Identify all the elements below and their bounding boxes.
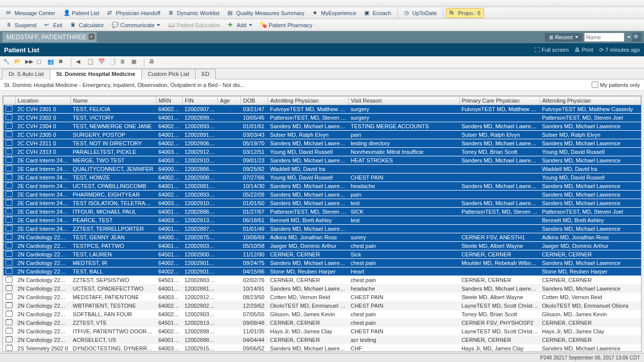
print-button[interactable]: 🖶Print <box>575 47 593 53</box>
tool-icon-8[interactable]: 📋 <box>87 58 95 66</box>
tool-icon-9[interactable]: 📅 <box>98 58 106 66</box>
tool-icon-3[interactable]: ▶▶ <box>25 58 33 66</box>
separator <box>71 58 71 67</box>
star-icon: ★ <box>312 10 319 17</box>
pill-icon: 💊 <box>260 22 267 29</box>
name-search-input[interactable] <box>584 33 624 42</box>
print-icon: 🖶 <box>575 47 580 53</box>
message-center-button[interactable]: ✉Message Center <box>3 8 59 18</box>
pause-icon: ⏸ <box>6 22 13 29</box>
calculator-icon: 🖩 <box>70 22 77 29</box>
search-icon: 🔍 <box>633 34 640 41</box>
separator <box>397 9 398 18</box>
plus-icon: ✚ <box>228 22 235 29</box>
tool-icon-1[interactable]: 🔧 <box>3 58 11 66</box>
patient-tab[interactable]: MEDSTAFF, PATIENTTHREE × <box>3 32 97 42</box>
caret-icon <box>157 24 160 26</box>
add-button[interactable]: ✚Add <box>224 20 256 30</box>
close-tab-button[interactable]: × <box>89 34 95 40</box>
list-tabs: Dr. S Auto ListSt. Dominic Hospital Medi… <box>0 68 644 79</box>
recent-button[interactable]: ≣Recent <box>545 33 582 42</box>
tool-icon-5[interactable]: 👥 <box>47 58 55 66</box>
rx-icon: ℞ <box>449 10 456 17</box>
filter-description: St. Dominic Hospital Medicine - Emergenc… <box>4 82 245 88</box>
fullscreen-icon: ⛶ <box>534 47 540 53</box>
patient-list-button[interactable]: 👤Patient List <box>60 8 103 18</box>
chat-icon: 💬 <box>112 22 119 29</box>
refresh-time[interactable]: ⟳7 minutes ago <box>599 47 640 53</box>
communicate-button[interactable]: 💬Communicate <box>108 20 164 30</box>
globe-icon: ◷ <box>404 10 411 17</box>
calculator-button[interactable]: 🖩Calculator <box>67 20 108 30</box>
tool-icon-13[interactable]: 🖶 <box>149 58 157 66</box>
patient-education-button[interactable]: 📖Patient Education <box>165 20 223 30</box>
patient-tab-label: MEDSTAFF, PATIENTTHREE <box>7 34 87 41</box>
tool-icon-7[interactable]: ◀ <box>76 58 84 66</box>
my-patients-label: My patients only <box>600 82 640 88</box>
tool-icon-4[interactable]: ▢ <box>36 58 44 66</box>
physician-handoff-button[interactable]: ⇄Physician Handoff <box>104 8 164 18</box>
menu-bar <box>0 0 644 7</box>
handoff-icon: ⇄ <box>107 10 114 17</box>
exit-icon: ↩ <box>44 22 51 29</box>
suspend-button[interactable]: ⏸Suspend <box>3 20 40 30</box>
caret-icon <box>249 24 252 26</box>
caret-icon <box>627 36 630 38</box>
chart-icon: ▤ <box>227 10 234 17</box>
icon-toolbar: 🔧 📂 ▶▶ ▢ 👥 ✖ ◀ 📋 📅 📑 ≣ ▦ 🖶 <box>0 56 644 68</box>
toolbar-actions: ⏸Suspend ↩Exit 🖩Calculator 💬Communicate … <box>0 19 644 31</box>
title-bar: Patient List ⛶Full screen 🖶Print ⟳7 minu… <box>0 43 644 56</box>
search-button[interactable]: 🔍 <box>632 33 641 42</box>
uptodate-button[interactable]: ◷UpToDate <box>400 8 441 18</box>
tool-icon-12[interactable]: ▦ <box>131 58 139 66</box>
ecoach-button[interactable]: ▣Ecoach <box>361 8 395 18</box>
filter-row: St. Dominic Hospital Medicine - Emergenc… <box>0 79 644 90</box>
dynamic-worklist-button[interactable]: ≣Dynamic Worklist <box>165 8 223 18</box>
tool-icon-2[interactable]: 📂 <box>14 58 22 66</box>
list-tab-3[interactable]: ED <box>195 69 216 79</box>
myexperience-button[interactable]: ★MyExperience <box>309 8 360 18</box>
list-tab-1[interactable]: St. Dominic Hospital Medicine <box>50 69 142 79</box>
list-icon: ≣ <box>169 10 176 17</box>
clock-icon: ⟳ <box>599 47 604 53</box>
caret-icon <box>575 36 578 38</box>
patient-tab-bar: MEDSTAFF, PATIENTTHREE × ≣Recent 🔍 <box>0 31 644 43</box>
list-tab-2[interactable]: Custom Pick List <box>141 69 196 79</box>
full-screen-button[interactable]: ⛶Full screen <box>534 47 569 53</box>
page-title: Patient List <box>4 46 39 54</box>
envelope-icon: ✉ <box>6 10 13 17</box>
education-icon: 📖 <box>168 22 175 29</box>
quality-measures-button[interactable]: ▤Quality Measures Summary <box>224 8 308 18</box>
separator <box>144 58 144 67</box>
tool-icon-10[interactable]: 📑 <box>109 58 117 66</box>
list-tab-0[interactable]: Dr. S Auto List <box>2 69 50 79</box>
my-patients-checkbox[interactable] <box>592 81 598 88</box>
tool-icon-6[interactable]: ✖ <box>58 58 66 66</box>
book-icon: ▣ <box>364 10 371 17</box>
exit-button[interactable]: ↩Exit <box>41 20 65 30</box>
tool-icon-11[interactable]: ≣ <box>120 58 128 66</box>
propo-button[interactable]: ℞Propo.: 6 <box>446 8 484 18</box>
patient-pharmacy-button[interactable]: 💊Patient Pharmacy <box>257 20 316 30</box>
person-icon: 👤 <box>63 10 70 17</box>
toolbar-nav: ✉Message Center 👤Patient List ⇄Physician… <box>0 7 644 19</box>
list-icon: ≣ <box>549 34 553 41</box>
separator <box>443 9 443 18</box>
